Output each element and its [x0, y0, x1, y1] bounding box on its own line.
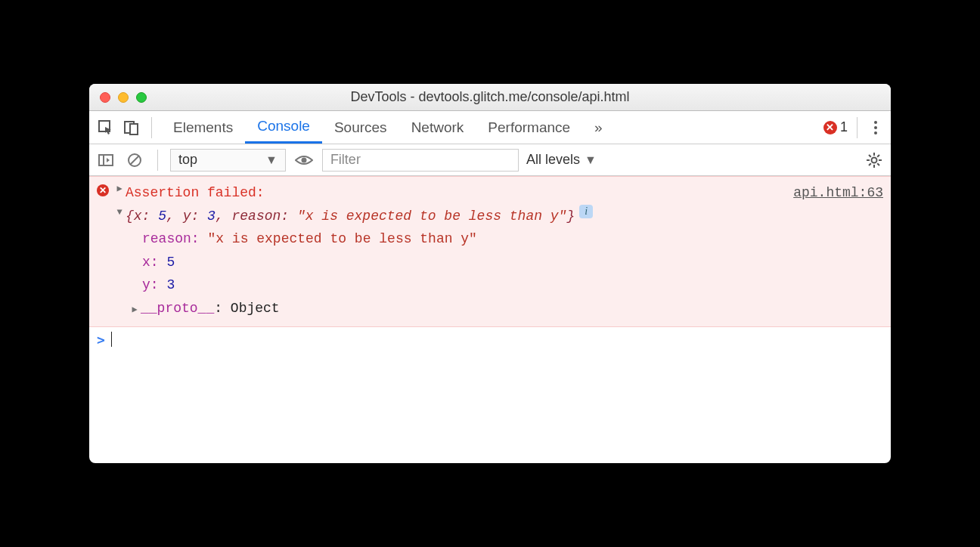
- tab-console[interactable]: Console: [245, 111, 322, 144]
- property-x[interactable]: x: 5: [142, 251, 883, 274]
- svg-line-15: [869, 163, 871, 165]
- separator: [151, 117, 152, 138]
- live-expression-icon[interactable]: [293, 150, 315, 171]
- property-proto[interactable]: ▶__proto__: Object: [97, 297, 883, 320]
- console-error-message[interactable]: ✕ ▶ Assertion failed: api.html:63 ▼ {x: …: [89, 176, 891, 327]
- console-toolbar: top ▼ Filter All levels ▼: [89, 144, 891, 176]
- clear-console-icon[interactable]: [124, 150, 145, 171]
- zoom-window-button[interactable]: [136, 92, 147, 103]
- minimize-window-button[interactable]: [118, 92, 129, 103]
- inspect-element-icon[interactable]: [95, 117, 116, 138]
- collapse-arrow-icon[interactable]: ▼: [113, 205, 126, 220]
- filter-input[interactable]: Filter: [322, 149, 519, 172]
- log-levels-selector[interactable]: All levels ▼: [526, 152, 597, 168]
- titlebar: DevTools - devtools.glitch.me/console/ap…: [89, 84, 891, 111]
- filter-placeholder: Filter: [330, 152, 361, 168]
- error-icon: ✕: [97, 184, 109, 196]
- property-y[interactable]: y: 3: [142, 274, 883, 297]
- panel-tabs: Elements Console Sources Network Perform…: [161, 111, 615, 144]
- svg-line-16: [877, 155, 879, 157]
- traffic-lights: [100, 92, 147, 103]
- info-icon[interactable]: i: [579, 205, 593, 218]
- svg-line-13: [869, 155, 871, 157]
- tab-elements[interactable]: Elements: [161, 111, 245, 144]
- svg-rect-2: [130, 124, 138, 134]
- expand-arrow-icon[interactable]: ▶: [129, 302, 141, 317]
- svg-line-14: [877, 163, 879, 165]
- input-cursor: [111, 332, 113, 347]
- tab-sources[interactable]: Sources: [322, 111, 399, 144]
- object-preview[interactable]: {x: 5, y: 3, reason: "x is expected to b…: [126, 205, 575, 228]
- device-toolbar-icon[interactable]: [121, 117, 142, 138]
- prompt-icon: >: [97, 332, 105, 348]
- object-properties: reason: "x is expected to be less than y…: [97, 227, 883, 297]
- source-link[interactable]: api.html:63: [793, 181, 883, 205]
- separator: [857, 117, 858, 138]
- show-console-sidebar-icon[interactable]: [95, 150, 116, 171]
- main-toolbar: Elements Console Sources Network Perform…: [89, 111, 891, 144]
- console-output: ✕ ▶ Assertion failed: api.html:63 ▼ {x: …: [89, 176, 891, 463]
- svg-point-8: [872, 157, 877, 162]
- levels-label: All levels: [526, 152, 580, 168]
- svg-rect-3: [99, 155, 113, 165]
- execution-context-selector[interactable]: top ▼: [170, 149, 286, 172]
- svg-point-7: [301, 157, 306, 162]
- console-settings-icon[interactable]: [864, 150, 885, 171]
- more-tabs-button[interactable]: »: [582, 111, 615, 144]
- expand-arrow-icon[interactable]: ▶: [113, 181, 126, 196]
- console-input-row[interactable]: >: [89, 327, 891, 352]
- window-title: DevTools - devtools.glitch.me/console/ap…: [89, 89, 891, 105]
- separator: [157, 150, 158, 171]
- tab-performance[interactable]: Performance: [476, 111, 582, 144]
- devtools-window: DevTools - devtools.glitch.me/console/ap…: [89, 84, 891, 463]
- property-reason[interactable]: reason: "x is expected to be less than y…: [142, 227, 883, 251]
- chevron-down-icon: ▼: [265, 153, 278, 167]
- error-counter[interactable]: ✕ 1: [823, 119, 848, 135]
- context-label: top: [178, 152, 197, 168]
- error-icon: ✕: [823, 121, 837, 134]
- kebab-menu-icon[interactable]: [867, 121, 885, 134]
- close-window-button[interactable]: [100, 92, 110, 103]
- assertion-failed-label: Assertion failed:: [126, 181, 265, 205]
- tab-network[interactable]: Network: [399, 111, 476, 144]
- chevron-down-icon: ▼: [585, 153, 597, 167]
- error-count-value: 1: [840, 119, 848, 135]
- svg-line-6: [130, 156, 139, 165]
